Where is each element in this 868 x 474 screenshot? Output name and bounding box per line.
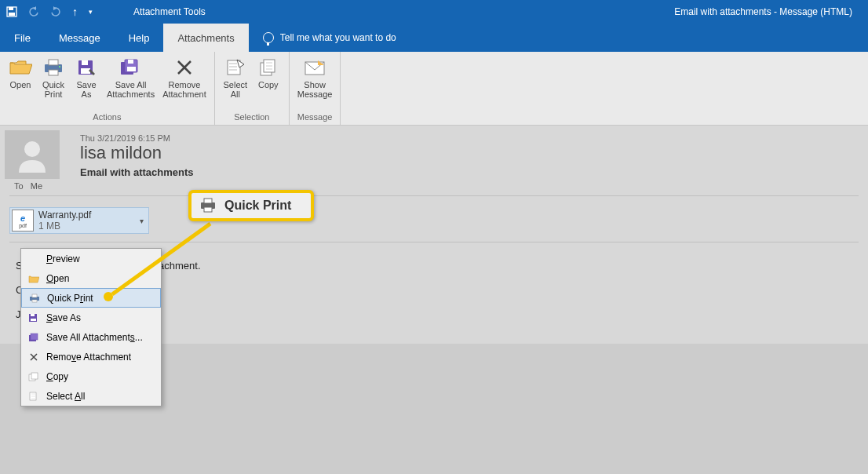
printer-icon: [199, 198, 217, 213]
quick-print-button[interactable]: Quick Print: [38, 55, 69, 112]
save-as-button[interactable]: Save As: [71, 55, 102, 112]
ctx-save-all[interactable]: Save All Attachments...: [21, 327, 161, 347]
ctx-save-as[interactable]: Save As: [21, 308, 161, 327]
select-all-label-1: Select: [223, 80, 247, 89]
save-as-label-1: Save: [76, 80, 96, 89]
tab-file[interactable]: File: [0, 24, 45, 52]
ctx-select-all[interactable]: Select All: [21, 386, 161, 406]
svg-rect-26: [31, 334, 38, 340]
ctx-remove-attachment[interactable]: Remove Attachment: [21, 347, 161, 366]
message-recipients: To Me: [14, 181, 859, 191]
svg-rect-8: [82, 60, 88, 65]
copy-label: Copy: [258, 80, 279, 89]
save-all-attachments-button[interactable]: Save All Attachments: [104, 55, 158, 112]
attachment-filename: Warranty.pdf: [38, 210, 91, 221]
svg-rect-13: [127, 67, 136, 71]
show-label-2: Message: [297, 89, 333, 99]
ribbon-group-message: Show Message Message: [290, 52, 341, 125]
quick-access-toolbar: ↑ ▾: [0, 5, 93, 18]
folder-open-icon: [8, 57, 33, 78]
quick-print-label-1: Quick: [42, 80, 64, 89]
svg-point-18: [24, 141, 40, 157]
open-button[interactable]: Open: [5, 55, 36, 112]
group-label-selection: Selection: [234, 112, 269, 123]
tab-attachments[interactable]: Attachments: [163, 24, 248, 52]
body-line-1b: tachment.: [155, 260, 200, 272]
show-message-button[interactable]: Show Message: [294, 55, 336, 112]
printer-icon: [27, 294, 42, 303]
svg-rect-20: [32, 294, 37, 297]
up-arrow-icon[interactable]: ↑: [72, 5, 78, 18]
lightbulb-icon: [263, 32, 274, 43]
undo-icon[interactable]: [28, 6, 39, 17]
svg-rect-32: [204, 207, 212, 212]
select-all-icon: [223, 57, 248, 78]
quick-print-label-2: Print: [45, 89, 63, 99]
copy-icon: [26, 372, 42, 381]
ctx-copy[interactable]: Copy: [21, 366, 161, 386]
attachment-size: 1 MB: [38, 221, 91, 232]
redo-icon[interactable]: [50, 6, 61, 17]
ctx-preview-label: review: [53, 253, 80, 264]
tab-help[interactable]: Help: [115, 24, 164, 52]
message-sender: lisa mildon: [80, 143, 859, 163]
ctx-preview[interactable]: Preview: [21, 249, 161, 268]
tab-message[interactable]: Message: [45, 24, 115, 52]
ribbon-group-actions: Open Quick Print Save As Save A: [0, 52, 215, 125]
select-all-icon: [26, 392, 42, 401]
callout-label: Quick Print: [224, 199, 291, 213]
callout-quick-print: Quick Print: [188, 190, 314, 221]
message-header: Thu 3/21/2019 6:15 PM lisa mildon Email …: [0, 126, 868, 201]
chevron-down-icon[interactable]: ▾: [140, 217, 144, 225]
save-as-icon: [26, 313, 42, 323]
remove-label-1: Remove: [168, 80, 200, 89]
save-icon[interactable]: [6, 6, 17, 17]
svg-rect-31: [204, 199, 212, 203]
remove-attachment-button[interactable]: Remove Attachment: [159, 55, 210, 112]
ctx-quick-print[interactable]: Quick Print: [21, 288, 161, 308]
svg-rect-9: [81, 68, 90, 74]
title-bar: ↑ ▾ Attachment Tools Email with attachme…: [0, 0, 868, 24]
select-all-label-2: All: [231, 89, 240, 99]
attachment-pill[interactable]: epdf Warranty.pdf 1 MB ▾: [9, 207, 149, 234]
message-date: Thu 3/21/2019 6:15 PM: [80, 133, 859, 143]
select-all-button[interactable]: Select All: [220, 55, 251, 112]
svg-rect-28: [31, 373, 38, 379]
group-label-message: Message: [297, 112, 333, 123]
svg-rect-4: [49, 60, 58, 65]
printer-icon: [41, 57, 66, 78]
message-subject: Email with attachments: [80, 166, 859, 178]
pdf-file-icon: epdf: [12, 210, 34, 232]
qat-dropdown-icon[interactable]: ▾: [89, 8, 93, 16]
envelope-icon: [302, 57, 327, 78]
attachment-row: epdf Warranty.pdf 1 MB ▾: [0, 201, 868, 249]
svg-rect-2: [9, 13, 15, 16]
copy-button[interactable]: Copy: [253, 55, 284, 112]
svg-rect-23: [31, 314, 35, 316]
save-all-label-2: Attachments: [107, 89, 155, 99]
svg-point-6: [59, 66, 60, 67]
tell-me-search[interactable]: Tell me what you want to do: [249, 24, 396, 52]
ctx-open[interactable]: Open: [21, 268, 161, 288]
open-label: Open: [10, 80, 31, 89]
pdf-ext-label: pdf: [19, 223, 27, 228]
svg-rect-12: [128, 60, 133, 64]
attachment-context-menu: Preview Open Quick Print Save As Save Al…: [20, 248, 162, 407]
contextual-tab-label: Attachment Tools: [124, 0, 215, 24]
window-title: Email with attachments - Message (HTML): [674, 6, 868, 17]
ribbon-group-selection: Select All Copy Selection: [215, 52, 290, 125]
tell-me-placeholder: Tell me what you want to do: [280, 32, 396, 43]
to-value: Me: [31, 181, 42, 191]
remove-label-2: Attachment: [162, 89, 206, 99]
save-all-icon: [26, 333, 42, 342]
save-as-label-2: As: [82, 89, 92, 99]
svg-rect-21: [32, 300, 37, 302]
group-label-actions: Actions: [93, 112, 121, 123]
save-as-icon: [74, 57, 99, 78]
menu-bar: File Message Help Attachments Tell me wh…: [0, 24, 868, 52]
svg-rect-1: [9, 7, 13, 10]
copy-icon: [256, 57, 281, 78]
remove-x-icon: [26, 352, 42, 362]
remove-x-icon: [172, 57, 197, 78]
ribbon: Open Quick Print Save As Save A: [0, 52, 868, 126]
